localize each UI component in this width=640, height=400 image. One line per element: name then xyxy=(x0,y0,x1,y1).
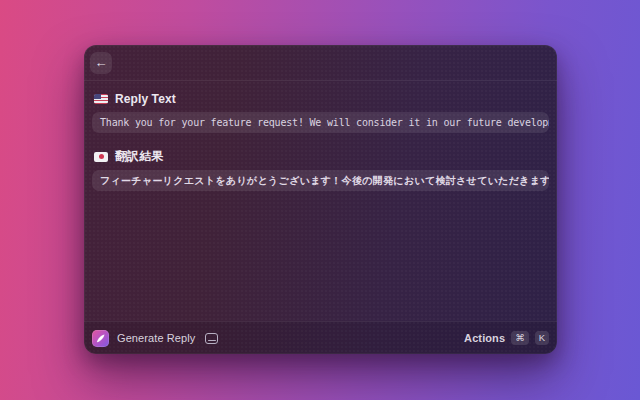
footer-bar: Generate Reply Actions ⌘ K xyxy=(84,321,557,354)
command-title: Generate Reply xyxy=(117,332,195,344)
translation-section-header: 翻訳結果 xyxy=(94,150,547,163)
translation-title: 翻訳結果 xyxy=(115,148,163,165)
back-arrow-icon: ← xyxy=(95,56,108,69)
actions-button[interactable]: Actions ⌘ K xyxy=(464,331,549,345)
reply-text-title: Reply Text xyxy=(115,92,176,106)
us-flag-icon xyxy=(94,94,108,104)
app-window: ← Reply Text Thank you for your feature … xyxy=(84,45,557,354)
back-button[interactable]: ← xyxy=(90,52,112,74)
cmd-keycap: ⌘ xyxy=(511,331,529,345)
window-mode-icon xyxy=(205,333,218,344)
reply-text-value: Thank you for your feature request! We w… xyxy=(100,117,549,128)
translation-field[interactable]: フィーチャーリクエストをありがとうございます！今後の開発において検討させていただ… xyxy=(92,170,549,191)
quill-icon xyxy=(95,333,106,344)
k-keycap: K xyxy=(535,331,549,345)
reply-text-section-header: Reply Text xyxy=(94,92,547,105)
jp-flag-icon xyxy=(94,152,108,162)
actions-label: Actions xyxy=(464,332,505,344)
reply-text-field[interactable]: Thank you for your feature request! We w… xyxy=(92,112,549,133)
extension-icon xyxy=(92,330,109,347)
translation-value: フィーチャーリクエストをありがとうございます！今後の開発において検討させていただ… xyxy=(100,174,549,188)
window-header: ← xyxy=(84,45,557,81)
content-area: Reply Text Thank you for your feature re… xyxy=(84,81,557,191)
